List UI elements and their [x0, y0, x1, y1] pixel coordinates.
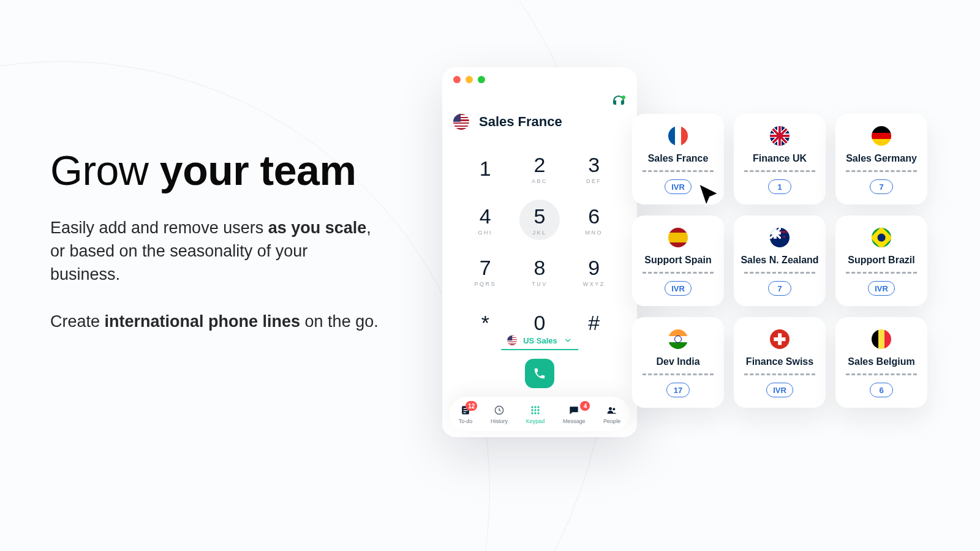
tab-label: People — [603, 418, 620, 424]
key-digit: * — [481, 311, 489, 335]
key-digit: 5 — [534, 204, 546, 228]
p2-bold: international phone lines — [105, 312, 301, 331]
flag-in-icon — [668, 329, 688, 349]
divider — [744, 373, 815, 375]
line-card-es[interactable]: Support SpainIVR — [632, 216, 724, 306]
tab-history[interactable]: History — [491, 403, 508, 424]
maximize-window-button[interactable] — [478, 76, 485, 83]
line-pill: 7 — [768, 281, 791, 296]
divider — [846, 373, 917, 375]
key-digit: 3 — [588, 153, 600, 177]
svg-point-15 — [609, 407, 612, 410]
svg-point-12 — [531, 412, 533, 414]
badge: 4 — [580, 401, 590, 411]
svg-point-14 — [537, 412, 539, 414]
key-letters: DEF — [586, 178, 602, 184]
line-name: Finance Swiss — [746, 356, 813, 367]
svg-point-8 — [537, 406, 539, 408]
line-name: Sales France — [648, 153, 709, 164]
key-digit: 4 — [480, 204, 491, 228]
dialer-window: Sales France 12ABC3DEF4GHI5JKL6MNO7PQRS8… — [442, 67, 637, 437]
key-digit: 6 — [588, 204, 600, 228]
bottom-tabbar: To-do12HistoryKeypadMessage4People — [450, 397, 630, 431]
minimize-window-button[interactable] — [466, 76, 473, 83]
svg-point-6 — [531, 406, 533, 408]
flag-br-icon — [872, 228, 891, 247]
key-digit: 1 — [480, 157, 491, 181]
key-letters: ABC — [532, 178, 548, 184]
key-letters: MNO — [585, 230, 603, 236]
keypad-icon — [529, 403, 542, 417]
keypad-key-2[interactable]: 2ABC — [513, 147, 567, 190]
line-name: Finance UK — [753, 153, 807, 164]
line-card-nz[interactable]: Sales N. Zealand7 — [734, 216, 826, 306]
keypad-key-7[interactable]: 7PQRS — [458, 250, 513, 293]
keypad-key-3[interactable]: 3DEF — [567, 147, 621, 190]
keypad-key-5[interactable]: 5JKL — [513, 198, 567, 241]
keypad-key-4[interactable]: 4GHI — [458, 198, 513, 241]
keypad-key-8[interactable]: 8TUV — [513, 250, 567, 293]
flag-uk-icon — [770, 126, 790, 146]
line-card-be[interactable]: Sales Belgium6 — [835, 317, 927, 408]
tab-todo[interactable]: To-do12 — [459, 403, 473, 424]
svg-point-0 — [622, 96, 625, 99]
flag-fr-icon — [668, 126, 688, 146]
keypad-key-1[interactable]: 1 — [458, 147, 513, 190]
headline: Grow your team — [50, 149, 381, 191]
divider — [846, 272, 917, 274]
divider — [744, 170, 815, 172]
tab-label: Message — [563, 418, 586, 424]
line-card-de[interactable]: Sales Germany7 — [835, 114, 927, 204]
headset-status-icon[interactable] — [611, 93, 626, 108]
keypad-key-9[interactable]: 9WXYZ — [567, 250, 621, 293]
line-card-ch[interactable]: Finance SwissIVR — [734, 317, 826, 408]
svg-point-16 — [612, 408, 615, 410]
key-digit: # — [588, 311, 600, 335]
line-pill: IVR — [868, 281, 895, 296]
tab-message[interactable]: Message4 — [563, 403, 586, 424]
paragraph-1: Easily add and remove users as you scale… — [50, 217, 381, 286]
line-pill: IVR — [766, 383, 793, 397]
key-letters: PQRS — [475, 281, 497, 287]
line-pill: 1 — [768, 179, 791, 194]
line-dropdown[interactable]: US Sales — [501, 333, 578, 350]
divider — [643, 373, 714, 375]
marketing-copy: Grow your team Easily add and remove use… — [50, 149, 381, 334]
line-selected-label: US Sales — [523, 336, 557, 345]
phone-line-grid: Sales FranceIVRFinance UK1Sales Germany7… — [632, 114, 927, 408]
paragraph-2: Create international phone lines on the … — [50, 310, 381, 334]
call-button[interactable] — [525, 359, 554, 388]
key-letters: JKL — [532, 230, 546, 236]
current-channel[interactable]: Sales France — [453, 114, 562, 130]
line-pill: 7 — [870, 179, 893, 194]
svg-point-10 — [534, 409, 536, 411]
key-digit: 2 — [534, 153, 546, 177]
key-letters: WXYZ — [583, 281, 605, 287]
keypad: 12ABC3DEF4GHI5JKL6MNO7PQRS8TUV9WXYZ*0# — [458, 147, 621, 344]
p2-post: on the go. — [300, 312, 379, 331]
history-icon — [492, 403, 506, 417]
people-icon — [605, 403, 619, 417]
key-digit: 0 — [534, 311, 546, 335]
line-card-br[interactable]: Support BrazilIVR — [835, 216, 927, 306]
divider — [846, 170, 917, 172]
divider — [643, 272, 714, 274]
line-card-uk[interactable]: Finance UK1 — [734, 114, 826, 204]
tab-keypad[interactable]: Keypad — [526, 403, 545, 424]
svg-rect-4 — [464, 412, 466, 413]
line-name: Support Brazil — [848, 255, 914, 266]
flag-be-icon — [872, 329, 891, 349]
keypad-key-6[interactable]: 6MNO — [567, 198, 621, 241]
tab-people[interactable]: People — [603, 403, 620, 424]
line-card-in[interactable]: Dev India17 — [632, 317, 724, 408]
flag-us-icon — [453, 114, 469, 130]
line-name: Sales N. Zealand — [741, 255, 818, 266]
headline-bold: your team — [160, 147, 356, 193]
line-pill: IVR — [665, 281, 692, 296]
headline-pre: Grow — [50, 147, 160, 193]
key-digit: 9 — [588, 256, 600, 280]
channel-name: Sales France — [479, 114, 562, 130]
svg-point-13 — [534, 412, 536, 414]
flag-us-icon — [507, 335, 517, 345]
close-window-button[interactable] — [453, 76, 461, 83]
